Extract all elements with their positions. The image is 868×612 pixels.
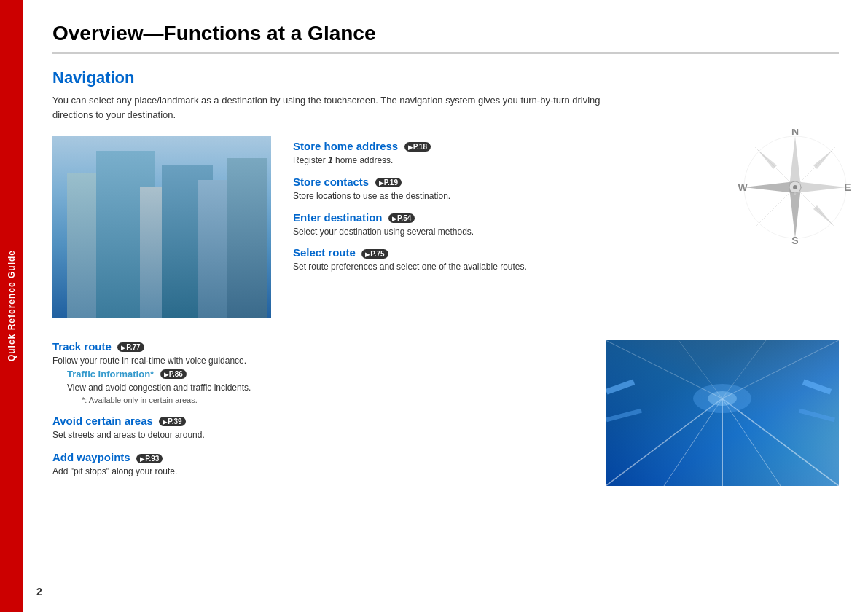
road-image-inner <box>606 340 839 486</box>
feature-enter-destination-ref: P.54 <box>388 213 415 223</box>
feature-select-route-desc: Set route preferences and select one of … <box>293 261 839 273</box>
building-6 <box>227 158 267 318</box>
road-image <box>606 340 839 486</box>
bottom-features-list: Track route P.77 Follow your route in re… <box>52 340 584 488</box>
svg-marker-3 <box>795 181 846 193</box>
svg-text:E: E <box>844 181 851 193</box>
compass-rose: N E S W <box>737 129 853 246</box>
feature-select-route: Select route P.75 Set route preferences … <box>293 246 839 273</box>
traffic-asterisk-note: *: Available only in certain areas. <box>82 396 584 404</box>
svg-text:S: S <box>791 235 798 246</box>
italic-number: 1 <box>328 155 333 165</box>
svg-marker-10 <box>813 205 833 225</box>
navigation-section-header: Navigation <box>52 68 839 87</box>
navigation-description: You can select any place/landmark as a d… <box>52 93 636 122</box>
feature-enter-destination-title: Enter destination <box>293 211 383 224</box>
bottom-content-row: Track route P.77 Follow your route in re… <box>52 340 839 488</box>
feature-select-route-ref: P.75 <box>361 249 388 259</box>
feature-store-home-ref: P.18 <box>404 142 431 152</box>
sub-feature-traffic-ref: P.86 <box>160 369 187 379</box>
sub-feature-traffic-desc: View and avoid congestion and traffic in… <box>67 382 584 394</box>
main-content: Overview—Functions at a Glance Navigatio… <box>23 0 868 612</box>
feature-add-waypoints-title: Add waypoints <box>52 451 130 463</box>
svg-text:N: N <box>791 129 799 137</box>
feature-avoid-areas-title: Avoid certain areas <box>52 415 153 427</box>
feature-store-home-title: Store home address <box>293 140 398 152</box>
top-content-row: Store home address P.18 Register 1 home … <box>52 136 839 318</box>
page-title: Overview—Functions at a Glance <box>52 22 839 54</box>
svg-point-12 <box>793 185 797 189</box>
feature-select-route-title: Select route <box>293 246 356 259</box>
sub-feature-traffic-title: Traffic Information* <box>67 369 154 380</box>
svg-marker-7 <box>757 149 777 169</box>
feature-track-route-desc: Follow your route in real-time with voic… <box>52 355 584 367</box>
svg-marker-8 <box>813 149 833 169</box>
feature-track-route: Track route P.77 Follow your route in re… <box>52 340 584 404</box>
feature-store-contacts-ref: P.19 <box>375 178 402 187</box>
feature-track-route-title: Track route <box>52 340 112 353</box>
feature-avoid-areas-ref: P.39 <box>159 417 185 426</box>
page-number: 2 <box>36 586 42 597</box>
feature-add-waypoints-ref: P.93 <box>136 454 163 463</box>
feature-avoid-areas: Avoid certain areas P.39 Set streets and… <box>52 415 584 442</box>
sub-feature-traffic: Traffic Information* P.86 View and avoid… <box>67 367 584 404</box>
buildings-image <box>52 136 271 318</box>
svg-marker-2 <box>789 187 801 238</box>
feature-store-contacts-title: Store contacts <box>293 176 369 188</box>
sidebar-label: Quick Reference Guide <box>7 250 17 361</box>
compass-container: N E S W <box>737 129 853 246</box>
feature-track-route-ref: P.77 <box>117 342 144 352</box>
buildings-image-inner <box>52 136 271 318</box>
svg-text:W: W <box>738 181 748 193</box>
feature-add-waypoints: Add waypoints P.93 Add "pit stops" along… <box>52 451 584 478</box>
road-svg <box>606 340 839 486</box>
sidebar: Quick Reference Guide <box>0 0 23 612</box>
feature-add-waypoints-desc: Add "pit stops" along your route. <box>52 466 584 478</box>
feature-avoid-areas-desc: Set streets and areas to detour around. <box>52 429 584 442</box>
